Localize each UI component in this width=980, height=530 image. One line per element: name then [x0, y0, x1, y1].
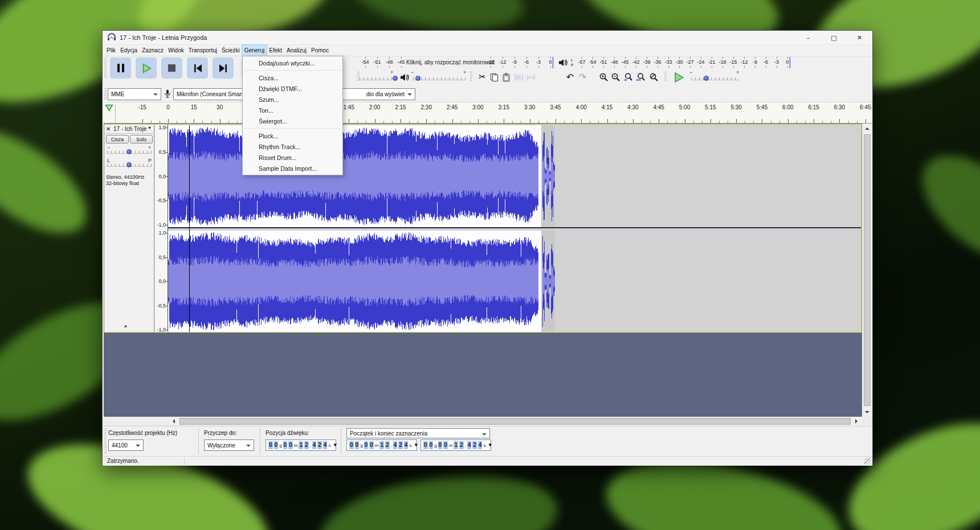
menu-item-d-wi-ki-dtmf-[interactable]: Dźwięki DTMF... [243, 83, 342, 94]
close-button[interactable]: ✕ [847, 31, 872, 44]
track-title[interactable]: 17 - Ich Troje [113, 126, 146, 132]
meter-tick [733, 57, 734, 59]
window-resize-grip[interactable] [864, 458, 871, 465]
toolbar-grip[interactable] [664, 72, 667, 82]
horizontal-scrollbar-thumb[interactable] [179, 418, 851, 425]
toolbar-grip[interactable] [104, 58, 107, 77]
minimize-button[interactable]: – [795, 31, 821, 44]
playback-meter-speaker-icon[interactable] [558, 57, 568, 68]
scroll-left-button[interactable] [169, 417, 178, 426]
menubar-item-transportuj[interactable]: Transportuj [186, 45, 219, 56]
skip-to-start-button[interactable] [187, 57, 208, 79]
waveform-channel-left[interactable] [168, 125, 555, 227]
menubar-item-widok[interactable]: Widok [166, 45, 186, 56]
menubar-item-generuj[interactable]: Generuj [242, 45, 267, 56]
pause-button[interactable] [110, 57, 131, 79]
track-menu-icon[interactable]: ▼ [148, 126, 152, 130]
time-digit: 1 [299, 441, 303, 449]
snap-to-dropdown[interactable]: Wyłączone [204, 439, 254, 451]
mute-button[interactable]: Cisza [106, 135, 129, 143]
selection-range-mode-dropdown[interactable]: Początek i koniec zaznaczenia [346, 428, 490, 438]
copy-button[interactable] [488, 71, 500, 83]
play-speed-thumb[interactable] [704, 76, 709, 81]
menu-item-cisza-[interactable]: Cisza... [243, 72, 342, 83]
selection-end-field[interactable]: 00g00m12,424s▼ [420, 439, 491, 451]
play-speed-slider[interactable] [691, 77, 739, 80]
selection-start-field[interactable]: 00g00m12,424s▼ [346, 439, 417, 451]
play-at-speed-button[interactable] [672, 71, 684, 83]
pan-slider-thumb[interactable] [126, 162, 132, 167]
cut-button[interactable]: ✂ [476, 71, 488, 83]
pause-icon [117, 64, 124, 72]
solo-button[interactable]: Solo [130, 135, 153, 143]
time-field-spinner[interactable]: ▼ [333, 443, 336, 447]
silence-audio-icon [526, 73, 536, 82]
zoom-to-selection-button[interactable] [622, 71, 634, 83]
undo-button[interactable]: ↶ [564, 71, 576, 83]
paste-button[interactable] [500, 71, 512, 83]
menubar-item-ścieżki[interactable]: Ścieżki [219, 45, 242, 56]
skip-to-end-button[interactable] [213, 57, 234, 79]
toolbar-grip[interactable] [357, 72, 360, 82]
playback-volume-thumb[interactable] [415, 76, 420, 81]
track-collapse-icon[interactable]: ▴ [124, 322, 127, 328]
menu-item--wiergot-[interactable]: Świergot... [243, 116, 342, 126]
meter-tick [526, 57, 527, 59]
menubar-item-efekt[interactable]: Efekt [267, 45, 284, 56]
track-empty-area[interactable] [555, 231, 861, 332]
project-rate-dropdown[interactable]: 44100 [108, 439, 144, 451]
redo-button[interactable]: ↷ [577, 71, 589, 83]
track-control-panel[interactable] [104, 125, 154, 332]
scroll-down-button[interactable] [862, 407, 872, 417]
fit-project-button[interactable] [635, 71, 647, 83]
menubar-item-edycja[interactable]: Edycja [118, 45, 140, 56]
timeline-label: 2:00 [369, 104, 380, 110]
scroll-up-button[interactable] [862, 124, 872, 133]
recording-volume-slider[interactable] [360, 77, 393, 80]
audio-host-dropdown[interactable]: MME [108, 88, 161, 100]
scroll-right-button[interactable] [852, 417, 861, 426]
menu-item-rhythm-track-[interactable]: Rhythm Track... [243, 141, 342, 152]
track-empty-area[interactable] [555, 125, 861, 227]
toolbar-grip[interactable] [470, 72, 472, 82]
time-digit: 2 [317, 441, 322, 449]
audio-position-field[interactable]: 00g00m12,424s▼ [266, 439, 336, 451]
pinned-playhead-icon[interactable] [105, 104, 113, 112]
time-field-spinner[interactable]: ▼ [488, 443, 491, 447]
play-button[interactable] [136, 57, 157, 79]
title-bar[interactable]: 17 - Ich Troje - Letnia Przygoda – □ ✕ [103, 31, 872, 45]
toolbar-grip[interactable] [104, 88, 107, 100]
time-digit: 2 [398, 441, 403, 449]
menubar-item-pomoc[interactable]: Pomoc [309, 45, 331, 56]
toolbar-grip[interactable] [104, 429, 107, 454]
meter-tick [365, 57, 366, 59]
menu-item-szum-[interactable]: Szum... [243, 94, 342, 105]
monitoring-message[interactable]: Kliknij, aby rozpocząć monitorować [406, 59, 495, 65]
zoom-in-button[interactable] [598, 71, 610, 83]
menubar-item-analizuj[interactable]: Analizuj [284, 45, 309, 56]
track-close-icon[interactable]: ✕ [106, 126, 111, 132]
menu-item-risset-drum-[interactable]: Risset Drum... [243, 152, 342, 163]
menubar-item-zaznacz[interactable]: Zaznacz [140, 45, 166, 56]
gain-slider-thumb[interactable] [126, 149, 132, 154]
chevron-down-icon [865, 411, 869, 416]
recording-volume-thumb[interactable] [393, 76, 398, 81]
menu-item-dodaj-usu-wtyczki-[interactable]: Dodaj/usuń wtyczki... [243, 57, 342, 68]
zoom-toggle-button[interactable] [648, 71, 660, 83]
menu-item-ton-[interactable]: Ton... [243, 105, 342, 116]
vertical-scrollbar-thumb[interactable] [864, 134, 871, 406]
stop-button[interactable] [161, 57, 182, 79]
tracks-background[interactable] [104, 333, 862, 417]
menu-item-sample-data-import-[interactable]: Sample Data Import... [243, 163, 342, 174]
menubar-item-plik[interactable]: Plik [104, 45, 118, 56]
meter-scale-value: -15 [487, 59, 494, 65]
silence-audio-button[interactable] [525, 71, 537, 83]
menu-item-pluck-[interactable]: Pluck... [243, 130, 342, 141]
trim-audio-button[interactable] [513, 71, 525, 83]
playback-volume-slider[interactable] [413, 77, 466, 80]
zoom-out-button[interactable] [610, 71, 622, 83]
timeline-ruler[interactable]: -1501530451:001:151:301:452:002:152:302:… [104, 102, 872, 124]
time-field-spinner[interactable]: ▼ [414, 443, 417, 447]
maximize-button[interactable]: □ [821, 31, 847, 44]
waveform-channel-right[interactable] [168, 231, 555, 332]
